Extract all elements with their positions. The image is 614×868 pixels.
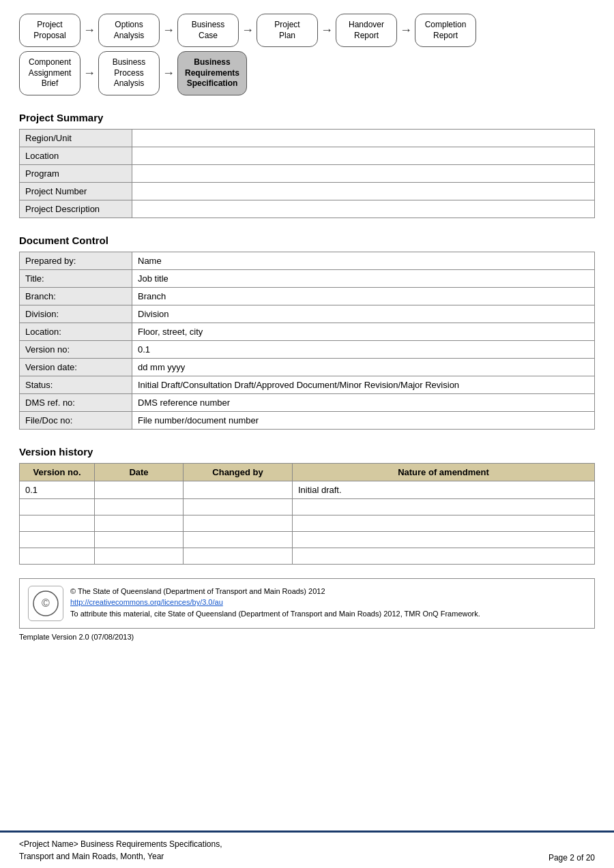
arrow-1: →: [83, 23, 96, 38]
cell-nature-0: Initial draft.: [293, 481, 595, 498]
label-division: Division:: [20, 305, 132, 323]
version-history-table: Version no. Date Changed by Nature of am…: [19, 463, 595, 565]
table-row: Division: Division: [20, 305, 595, 323]
value-division: Division: [132, 305, 595, 323]
table-row: [20, 548, 595, 564]
table-row: 0.1 Initial draft.: [20, 481, 595, 498]
footer-box: © © The State of Queensland (Department …: [19, 578, 595, 629]
version-history-title: Version history: [19, 446, 595, 458]
label-version-date: Version date:: [20, 358, 132, 376]
flow-box-business-case: BusinessCase: [177, 14, 239, 47]
footer-line2: Transport and Main Roads, Month, Year: [19, 850, 222, 863]
document-control-title: Document Control: [19, 235, 595, 246]
value-version-date: dd mm yyyy: [132, 358, 595, 376]
value-prepared-by: Name: [132, 252, 595, 269]
cell-changed-2: [184, 515, 293, 531]
document-control-table: Prepared by: Name Title: Job title Branc…: [19, 252, 595, 430]
label-program: Program: [20, 164, 132, 182]
cell-version-3: [20, 531, 95, 548]
flow-row-1: ProjectProposal → OptionsAnalysis → Busi…: [19, 14, 595, 47]
flow-box-project-plan: ProjectPlan: [257, 14, 318, 47]
cell-date-0: [95, 481, 184, 498]
label-version-no: Version no:: [20, 340, 132, 358]
label-branch: Branch:: [20, 287, 132, 305]
table-row: Project Number: [20, 182, 595, 200]
table-row: Program: [20, 164, 595, 182]
value-region-unit: [132, 129, 595, 147]
arrow-7: →: [162, 66, 175, 80]
col-version-no: Version no.: [20, 463, 95, 481]
table-row: File/Doc no: File number/document number: [20, 411, 595, 429]
cell-nature-4: [293, 548, 595, 564]
table-row: Branch: Branch: [20, 287, 595, 305]
creative-commons-icon: ©: [28, 586, 63, 621]
value-location: [132, 147, 595, 164]
table-row: Location: [20, 147, 595, 164]
arrow-3: →: [242, 23, 254, 38]
footer-line1: <Project Name> Business Requirements Spe…: [19, 838, 222, 850]
flow-row-2: ComponentAssignmentBrief → BusinessProce…: [19, 51, 595, 95]
table-row: Prepared by: Name: [20, 252, 595, 269]
cell-date-1: [95, 498, 184, 515]
cell-version-2: [20, 515, 95, 531]
table-row: [20, 531, 595, 548]
col-changed-by: Changed by: [184, 463, 293, 481]
template-version: Template Version 2.0 (07/08/2013): [19, 633, 595, 641]
cell-changed-0: [184, 481, 293, 498]
flow-box-handover-report: HandoverReport: [336, 14, 397, 47]
table-header-row: Version no. Date Changed by Nature of am…: [20, 463, 595, 481]
cc-link-anchor[interactable]: http://creativecommons.org/licences/by/3…: [70, 598, 223, 606]
value-title: Job title: [132, 269, 595, 287]
cell-version-0: 0.1: [20, 481, 95, 498]
cell-date-4: [95, 548, 184, 564]
arrow-5: →: [400, 23, 412, 38]
cc-link: http://creativecommons.org/licences/by/3…: [70, 597, 480, 608]
arrow-4: →: [321, 23, 333, 38]
page-footer: <Project Name> Business Requirements Spe…: [0, 830, 614, 868]
label-location-doc: Location:: [20, 323, 132, 340]
label-title: Title:: [20, 269, 132, 287]
label-region-unit: Region/Unit: [20, 129, 132, 147]
value-branch: Branch: [132, 287, 595, 305]
cell-changed-4: [184, 548, 293, 564]
table-row: DMS ref. no: DMS reference number: [20, 393, 595, 411]
table-row: Status: Initial Draft/Consultation Draft…: [20, 376, 595, 393]
flow-box-completion-report: CompletionReport: [415, 14, 476, 47]
project-summary-table: Region/Unit Location Program Project Num…: [19, 129, 595, 218]
cell-nature-2: [293, 515, 595, 531]
footer-left: <Project Name> Business Requirements Spe…: [19, 838, 222, 863]
value-file-doc: File number/document number: [132, 411, 595, 429]
svg-text:©: ©: [42, 597, 50, 609]
cell-date-2: [95, 515, 184, 531]
attribution-text: To attribute this material, cite State o…: [70, 608, 480, 620]
arrow-6: →: [83, 66, 96, 80]
page: ProjectProposal → OptionsAnalysis → Busi…: [0, 0, 614, 868]
label-file-doc: File/Doc no:: [20, 411, 132, 429]
table-row: [20, 498, 595, 515]
label-status: Status:: [20, 376, 132, 393]
cell-nature-1: [293, 498, 595, 515]
value-program: [132, 164, 595, 182]
value-status: Initial Draft/Consultation Draft/Approve…: [132, 376, 595, 393]
cell-version-4: [20, 548, 95, 564]
value-version-no: 0.1: [132, 340, 595, 358]
value-project-number: [132, 182, 595, 200]
flow-box-business-process-analysis: BusinessProcessAnalysis: [98, 51, 160, 95]
label-prepared-by: Prepared by:: [20, 252, 132, 269]
value-dms-ref: DMS reference number: [132, 393, 595, 411]
page-info: Page 2 of 20: [549, 853, 595, 863]
footer-text-content: © The State of Queensland (Department of…: [70, 586, 480, 620]
cell-nature-3: [293, 531, 595, 548]
table-row: Region/Unit: [20, 129, 595, 147]
cell-date-3: [95, 531, 184, 548]
table-row: Project Description: [20, 200, 595, 218]
cell-changed-1: [184, 498, 293, 515]
cell-changed-3: [184, 531, 293, 548]
label-project-number: Project Number: [20, 182, 132, 200]
flow-box-component-assignment-brief: ComponentAssignmentBrief: [19, 51, 81, 95]
table-row: [20, 515, 595, 531]
flow-box-options-analysis: OptionsAnalysis: [98, 14, 160, 47]
label-location: Location: [20, 147, 132, 164]
flow-box-project-proposal: ProjectProposal: [19, 14, 81, 47]
col-nature: Nature of amendment: [293, 463, 595, 481]
